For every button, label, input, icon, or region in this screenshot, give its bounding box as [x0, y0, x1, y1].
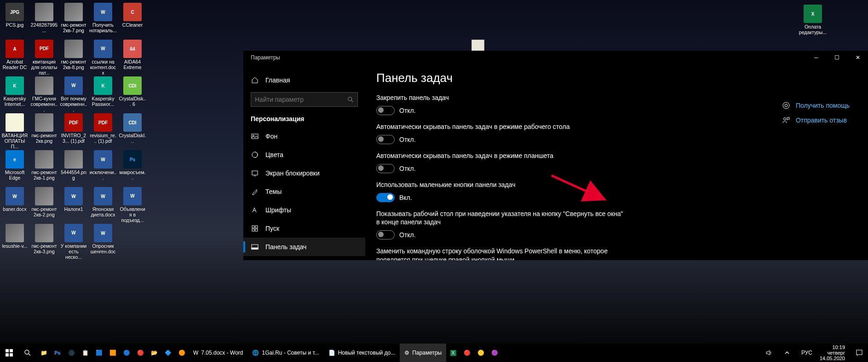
file-icon: Ps [123, 150, 142, 169]
desktop-icon[interactable]: CDICrystalDisk... 6 [118, 76, 147, 112]
setting-label: Закрепить панель задач [376, 93, 625, 102]
desktop-icon[interactable]: гмс-ремонт 2кв-1.png [29, 149, 59, 186]
desktop-icon[interactable]: 2248287995... [29, 2, 59, 39]
tray-yandex[interactable]: 🟡 [474, 344, 488, 362]
taskbar-task[interactable]: 🌐1Gai.Ru - Советы и т... [247, 344, 323, 362]
toggle-switch[interactable] [376, 193, 395, 202]
desktop-icon-excel[interactable]: X Оплата редактуры... [794, 5, 831, 35]
tray-opera[interactable]: 🔴 [460, 344, 474, 362]
taskbar-task[interactable]: 📄Новый текстовый до... [324, 344, 400, 362]
minimize-button[interactable]: ─ [806, 51, 827, 64]
setting-1: Автоматически скрывать панель задач в ре… [376, 123, 625, 144]
pinned-photoshop[interactable]: Ps [51, 344, 64, 362]
taskbar-task[interactable]: W7.05.docx - Word [189, 344, 247, 362]
desktop-icon[interactable]: PDFквитанция для оплаты пат... [29, 39, 59, 76]
maximize-button[interactable]: ☐ [827, 51, 847, 64]
search-button[interactable] [18, 344, 37, 362]
clock[interactable]: 10:19 четверг 14.05.2020 [820, 344, 848, 361]
nav-label: Цвета [265, 151, 283, 158]
pinned-app-chrome[interactable]: 🔴 [133, 344, 147, 362]
tray-excel[interactable]: X [446, 344, 460, 362]
desktop-icon[interactable]: WЯпонская диета.docx [88, 186, 118, 223]
desktop-icon[interactable]: CCCleaner [118, 2, 147, 39]
time: 10:19 [832, 344, 845, 350]
pinned-app-sublime[interactable]: 🟧 [106, 344, 120, 362]
desktop-icon[interactable]: WНалоги1 [59, 186, 88, 223]
nav-label: Главная [265, 76, 290, 84]
desktop-icon[interactable]: PDFINVITRO_23... (1).pdf [59, 112, 88, 149]
search-box[interactable] [251, 92, 358, 107]
get-help-link[interactable]: Получить помощь [782, 101, 850, 110]
pinned-app-6[interactable]: 🔷 [161, 344, 175, 362]
svg-rect-20 [857, 350, 862, 355]
desktop-icon[interactable]: ГМС-кухня современн... [29, 76, 59, 112]
desktop-icon[interactable]: 5444554.png [59, 149, 88, 186]
icon-label: квитанция для оплаты пат... [30, 59, 58, 76]
pinned-app-7[interactable]: 🟠 [175, 344, 189, 362]
feedback-link[interactable]: Отправить отзыв [782, 116, 850, 124]
tray-app[interactable]: 🟣 [488, 344, 501, 362]
taskbar-task[interactable]: ⚙Параметры [400, 344, 446, 362]
desktop-icon[interactable]: lesushie-v... [0, 223, 29, 260]
nav-label: Панель задач [265, 243, 306, 251]
icon-label: lesushie-v... [2, 243, 27, 249]
tray-chevron[interactable] [780, 344, 794, 362]
desktop-icon[interactable]: KKaspersky Internet... [0, 76, 29, 112]
pinned-app-3[interactable]: 📋 [78, 344, 92, 362]
pinned-app-2[interactable]: 🌑 [64, 344, 78, 362]
notification-button[interactable] [852, 344, 866, 362]
pinned-explorer[interactable]: 📁 [37, 344, 51, 362]
toggle-state: Откл. [399, 107, 416, 114]
svg-rect-5 [252, 226, 254, 228]
toggle-switch[interactable] [376, 135, 395, 144]
nav-lockscreen[interactable]: Экран блокировки [243, 164, 365, 182]
icon-label: Объявления в подъезд... [119, 206, 146, 223]
search-input[interactable] [255, 96, 347, 103]
toggle-switch[interactable] [376, 230, 395, 239]
desktop-icon[interactable]: ВАТАНЦИЯ ОПЛАТЫ П... [0, 112, 29, 149]
desktop-icon[interactable]: PDFrevisium_re... (1).pdf [88, 112, 118, 149]
desktop-icon[interactable]: CDICrystalDiskI... [118, 112, 147, 149]
toggle-switch[interactable] [376, 164, 395, 173]
nav-home[interactable]: Главная [243, 71, 365, 89]
nav-colors[interactable]: Цвета [243, 146, 365, 164]
desktop-icon[interactable]: WВот почему современн... [59, 76, 88, 112]
desktop-icon[interactable]: Psмакросъем... [118, 149, 147, 186]
language-indicator[interactable]: РУС [799, 350, 815, 356]
pinned-app-ftp[interactable]: 📂 [147, 344, 161, 362]
desktop-icon[interactable]: WПолучить нотариаль... [88, 2, 118, 39]
desktop-icon[interactable]: гмс-ремонт 2кв-8.png [59, 39, 88, 76]
desktop-icon[interactable]: Wbaner.docx [0, 186, 29, 223]
file-icon [35, 3, 53, 21]
desktop-icon[interactable]: гмс-ремонт 2кв-3.png [29, 223, 59, 260]
toggle-switch[interactable] [376, 106, 395, 115]
pinned-app-4[interactable]: 🟦 [92, 344, 106, 362]
desktop-icon[interactable]: 64AIDA64 Extreme [118, 39, 147, 76]
desktop-icon[interactable]: гмс-ремонт 2кв-7.png [59, 2, 88, 39]
desktop-icon[interactable]: WОбъявления в подъезд... [118, 186, 147, 223]
nav-taskbar[interactable]: Панель задач [243, 238, 365, 256]
desktop-icon[interactable]: KKaspersky Passwor... [88, 76, 118, 112]
file-icon: W [64, 224, 83, 242]
file-icon: PDF [64, 113, 83, 132]
desktop-icon[interactable]: WУ компании есть неско... [59, 223, 88, 260]
svg-point-12 [785, 104, 788, 107]
pinned-app-skype[interactable]: 🔵 [120, 344, 133, 362]
nav-fonts[interactable]: Шрифты [243, 201, 365, 219]
nav-background[interactable]: Фон [243, 127, 365, 146]
desktop-icon[interactable]: Wссылки на контент.docx [88, 39, 118, 76]
desktop-icon[interactable]: гмс-ремонт 2кв-2.png [29, 186, 59, 223]
desktop-icon[interactable]: гмс-ремонт 2кв.png [29, 112, 59, 149]
close-button[interactable]: ✕ [847, 51, 868, 64]
desktop-icon[interactable]: WОпросник шенген.doc [88, 223, 118, 260]
desktop-icon[interactable]: JPGPCS.jpg [0, 2, 29, 39]
nav-themes[interactable]: Темы [243, 182, 365, 201]
desktop-icon[interactable]: eMicrosoft Edge [0, 149, 29, 186]
tray-sound[interactable] [762, 344, 776, 362]
desktop-icon[interactable]: AAcrobat Reader DC [0, 39, 29, 76]
desktop-icon[interactable]: Wисключени... [88, 149, 118, 186]
nav-start[interactable]: Пуск [243, 219, 365, 238]
start-button[interactable] [0, 344, 18, 362]
svg-rect-18 [10, 353, 13, 356]
page-title: Панель задач [376, 71, 857, 85]
